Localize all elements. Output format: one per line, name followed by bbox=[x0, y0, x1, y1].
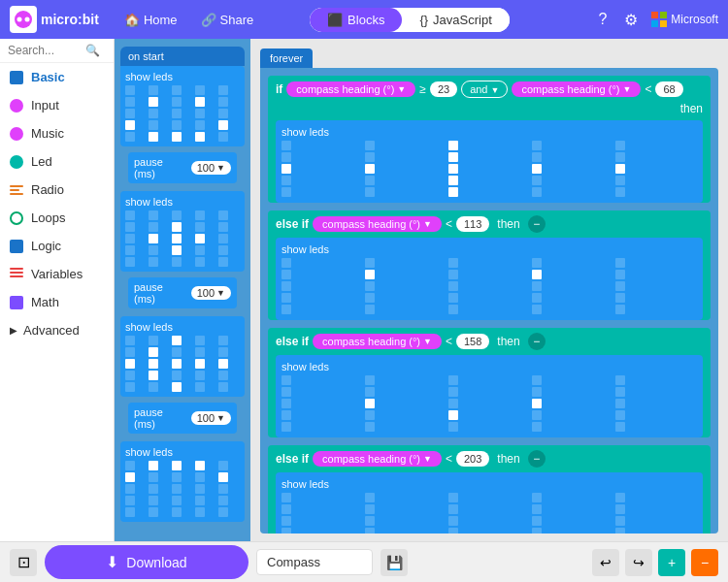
num-pill-2[interactable]: 113 bbox=[456, 216, 489, 232]
pause-value-2[interactable]: 100 ▼ bbox=[191, 286, 231, 300]
if-led-grid-2 bbox=[281, 258, 697, 314]
led-grid-1 bbox=[125, 85, 240, 142]
svg-point-2 bbox=[25, 17, 30, 22]
home-label: Home bbox=[144, 13, 178, 27]
if-led-grid-4 bbox=[281, 493, 697, 534]
microsoft-logo: Microsoft bbox=[651, 12, 718, 27]
basic-icon bbox=[10, 71, 23, 84]
sidebar-item-radio[interactable]: Radio bbox=[0, 176, 114, 204]
download-button[interactable]: ⬇ Download bbox=[45, 545, 248, 579]
undo-icon: ↩ bbox=[600, 555, 612, 570]
then-text-4: then bbox=[497, 452, 519, 466]
zoom-out-button[interactable]: − bbox=[691, 549, 718, 576]
else-if-keyword-3: else if bbox=[276, 335, 309, 348]
sidebar-item-math[interactable]: Math bbox=[0, 288, 114, 316]
download-icon: ⬇ bbox=[106, 553, 118, 571]
dropdown-arrow-3: ▼ bbox=[423, 337, 432, 346]
if-header-1: if compass heading (°) ▼ ≥ 23 and ▼ comp… bbox=[268, 76, 711, 120]
ms-sq-yellow bbox=[660, 20, 667, 27]
loops-icon bbox=[10, 211, 23, 225]
bottom-bar: ⊡ ⬇ Download 💾 ↩ ↪ + − bbox=[0, 541, 728, 582]
home-button[interactable]: 🏠 Home bbox=[115, 9, 187, 31]
tab-javascript[interactable]: {} JavaScript bbox=[402, 8, 509, 32]
logic-icon bbox=[10, 240, 23, 253]
if-show-leds-1: show leds bbox=[281, 126, 697, 138]
search-input[interactable] bbox=[8, 44, 85, 57]
sidebar-item-variables[interactable]: Variables bbox=[0, 260, 114, 288]
svg-point-1 bbox=[17, 17, 22, 22]
redo-button[interactable]: ↪ bbox=[625, 549, 652, 576]
and-pill-1[interactable]: and ▼ bbox=[461, 81, 508, 98]
if-body-3: show leds bbox=[276, 355, 703, 437]
pause-block-3: pause (ms) 100 ▼ bbox=[128, 403, 237, 434]
project-name-input[interactable] bbox=[256, 549, 373, 575]
else-if-block-4: else if compass heading (°) ▼ < 203 then… bbox=[268, 445, 711, 534]
microsoft-label: Microsoft bbox=[671, 13, 718, 26]
sidebar-label-logic: Logic bbox=[31, 239, 61, 253]
num-pill-1a[interactable]: 23 bbox=[430, 81, 457, 97]
if-show-leds-2: show leds bbox=[281, 243, 697, 255]
num-pill-3[interactable]: 158 bbox=[456, 334, 489, 349]
logo-icon bbox=[10, 6, 37, 33]
zoom-in-button[interactable]: + bbox=[658, 549, 685, 576]
simulator-button[interactable]: ⊡ bbox=[10, 549, 37, 576]
condition-pill-4[interactable]: compass heading (°) ▼ bbox=[313, 451, 442, 467]
pause-block-2: pause (ms) 100 ▼ bbox=[128, 277, 237, 308]
if-show-leds-3: show leds bbox=[281, 361, 697, 372]
zoom-in-icon: + bbox=[668, 555, 676, 570]
dropdown-arrow-4: ▼ bbox=[423, 454, 432, 464]
sidebar-item-logic[interactable]: Logic bbox=[0, 232, 114, 260]
pause-value-3[interactable]: 100 ▼ bbox=[191, 411, 231, 425]
if-led-grid-3 bbox=[281, 375, 697, 432]
save-button[interactable]: 💾 bbox=[381, 549, 408, 576]
sidebar-item-loops[interactable]: Loops bbox=[0, 204, 114, 232]
else-if-header-3: else if compass heading (°) ▼ < 158 then… bbox=[268, 328, 711, 355]
js-icon: {} bbox=[419, 13, 428, 27]
collapse-button-2[interactable]: − bbox=[528, 215, 546, 233]
redo-icon: ↪ bbox=[633, 555, 645, 570]
ms-sq-red bbox=[651, 12, 658, 18]
dropdown-arrow-1a: ▼ bbox=[397, 84, 406, 94]
dropdown-arrow-1b: ▼ bbox=[622, 84, 631, 94]
bottom-right-controls: ↩ ↪ + − bbox=[592, 549, 718, 576]
collapse-button-4[interactable]: − bbox=[528, 450, 546, 468]
else-if-header-2: else if compass heading (°) ▼ < 113 then… bbox=[268, 210, 711, 238]
sidebar-item-advanced[interactable]: ▶ Advanced bbox=[0, 316, 114, 344]
if-led-grid-1 bbox=[281, 141, 697, 197]
chevron-icon: ▶ bbox=[10, 325, 17, 336]
variables-icon bbox=[10, 268, 23, 281]
condition-pill-3[interactable]: compass heading (°) ▼ bbox=[313, 334, 442, 349]
op-2: < bbox=[446, 217, 452, 231]
logo-text: micro:bit bbox=[41, 12, 99, 27]
led-grid-3 bbox=[125, 336, 240, 392]
sidebar-label-music: Music bbox=[31, 126, 64, 141]
help-button[interactable]: ? bbox=[594, 7, 611, 32]
sidebar-label-loops: Loops bbox=[31, 210, 65, 225]
condition-pill-2[interactable]: compass heading (°) ▼ bbox=[313, 216, 442, 232]
collapse-button-3[interactable]: − bbox=[528, 333, 546, 350]
on-start-header: on start bbox=[120, 47, 245, 66]
num-pill-1b[interactable]: 68 bbox=[655, 81, 682, 97]
header: micro:bit 🏠 Home 🔗 Share ⬛ Blocks {} Jav… bbox=[0, 0, 728, 39]
pause-block-1: pause (ms) 100 ▼ bbox=[128, 152, 237, 183]
forever-header: forever bbox=[260, 48, 313, 68]
search-box: 🔍 bbox=[0, 39, 114, 63]
undo-button[interactable]: ↩ bbox=[592, 549, 619, 576]
home-icon: 🏠 bbox=[124, 13, 140, 27]
tab-blocks[interactable]: ⬛ Blocks bbox=[310, 8, 402, 32]
settings-button[interactable]: ⚙ bbox=[620, 7, 642, 33]
pause-value-1[interactable]: 100 ▼ bbox=[191, 161, 231, 175]
sidebar-label-advanced: Advanced bbox=[23, 323, 80, 338]
condition-pill-1b[interactable]: compass heading (°) ▼ bbox=[512, 81, 641, 97]
sidebar-item-basic[interactable]: Basic bbox=[0, 63, 114, 91]
condition-pill-1a[interactable]: compass heading (°) ▼ bbox=[286, 81, 415, 97]
tab-group: ⬛ Blocks {} JavaScript bbox=[310, 8, 510, 32]
js-label: JavaScript bbox=[433, 13, 492, 27]
sidebar-item-music[interactable]: Music bbox=[0, 119, 114, 147]
sidebar-item-led[interactable]: Led bbox=[0, 147, 114, 176]
search-icon: 🔍 bbox=[85, 44, 100, 57]
share-button[interactable]: 🔗 Share bbox=[191, 9, 264, 31]
sidebar-item-input[interactable]: Input bbox=[0, 91, 114, 119]
op-3: < bbox=[446, 335, 452, 348]
num-pill-4[interactable]: 203 bbox=[456, 451, 489, 467]
